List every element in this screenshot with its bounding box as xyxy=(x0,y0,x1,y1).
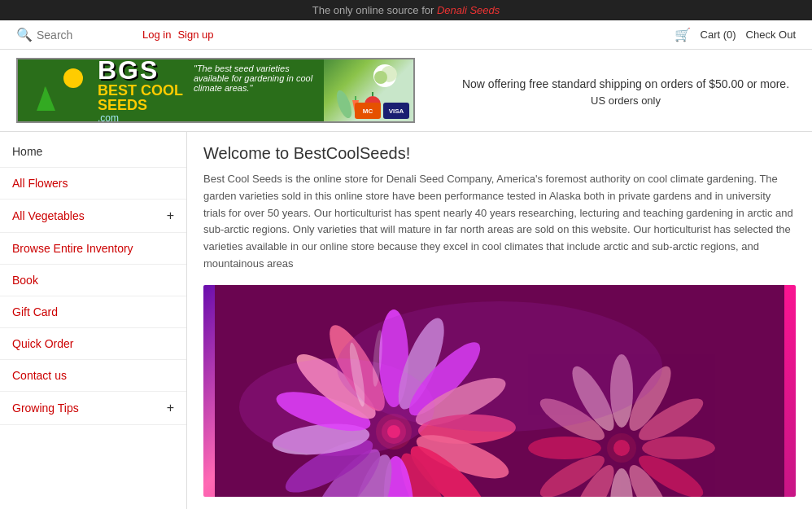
flower-svg xyxy=(203,285,796,497)
cart-icon: 🛒 xyxy=(674,27,691,42)
sidebar-link-home[interactable]: Home xyxy=(12,145,42,158)
logo-dotcom: .com xyxy=(98,112,183,123)
search-icon: 🔍 xyxy=(16,27,33,42)
sidebar-link-flowers[interactable]: All Flowers xyxy=(12,177,68,190)
header: 🔍 Log in Sign up 🛒 Cart (0) Check Out xyxy=(0,20,812,50)
svg-point-35 xyxy=(642,437,715,459)
main-layout: Home All Flowers All Vegetables + Browse… xyxy=(0,132,812,509)
welcome-text: Best Cool Seeds is the online store for … xyxy=(203,171,796,273)
flower-image xyxy=(203,285,796,497)
sidebar-link-contact[interactable]: Contact us xyxy=(12,369,67,382)
logo-box: BGS BEST COOLSEEDS .com "The best seed v… xyxy=(16,58,415,123)
logo-area: BGS BEST COOLSEEDS .com "The best seed v… xyxy=(16,58,423,123)
svg-point-6 xyxy=(374,71,387,84)
svg-point-45 xyxy=(613,440,630,456)
sidebar-item-book[interactable]: Book xyxy=(0,265,186,296)
logo-coolseeds: BEST COOLSEEDS xyxy=(98,83,183,112)
sidebar-link-growing-tips[interactable]: Growing Tips xyxy=(12,401,79,415)
svg-point-11 xyxy=(334,89,354,121)
visa-icon: VISA xyxy=(383,103,409,119)
sidebar-item-browse-inventory[interactable]: Browse Entire Inventory xyxy=(0,233,186,265)
sidebar: Home All Flowers All Vegetables + Browse… xyxy=(0,132,187,509)
sidebar-item-contact-us[interactable]: Contact us xyxy=(0,360,186,392)
sidebar-link-book[interactable]: Book xyxy=(12,274,38,287)
logo-shipping-bar: BGS BEST COOLSEEDS .com "The best seed v… xyxy=(0,50,812,132)
sidebar-link-vegetables[interactable]: All Vegetables xyxy=(12,209,85,222)
sidebar-item-home[interactable]: Home xyxy=(0,136,186,168)
logo-bgs: BGS xyxy=(98,58,183,83)
logo-text: BGS BEST COOLSEEDS .com xyxy=(98,58,183,123)
shipping-info: Now offering free standard shipping on o… xyxy=(423,74,796,107)
expand-vegetables-icon[interactable]: + xyxy=(167,208,174,223)
banner-text: The only online source for xyxy=(312,4,437,16)
content-area: Welcome to BestCoolSeeds! Best Cool Seed… xyxy=(187,132,812,509)
auth-links: Log in Sign up xyxy=(142,29,214,41)
svg-point-47 xyxy=(239,358,434,456)
checkout-link[interactable]: Check Out xyxy=(746,29,796,41)
sidebar-item-all-vegetables[interactable]: All Vegetables + xyxy=(0,200,186,233)
svg-marker-3 xyxy=(37,86,55,111)
svg-point-41 xyxy=(528,437,601,459)
search-area: 🔍 Log in Sign up xyxy=(16,27,674,42)
banner-highlight: Denali Seeds xyxy=(437,4,500,16)
login-link[interactable]: Log in xyxy=(142,29,171,41)
mastercard-icon: MC xyxy=(355,103,381,119)
sidebar-item-gift-card[interactable]: Gift Card xyxy=(0,296,186,328)
sidebar-link-gift-card[interactable]: Gift Card xyxy=(12,305,58,318)
sidebar-link-quick-order[interactable]: Quick Order xyxy=(12,337,73,350)
sidebar-item-all-flowers[interactable]: All Flowers xyxy=(0,168,186,200)
signup-link[interactable]: Sign up xyxy=(177,29,213,41)
sidebar-item-quick-order[interactable]: Quick Order xyxy=(0,328,186,360)
welcome-title: Welcome to BestCoolSeeds! xyxy=(203,144,796,163)
cart-link[interactable]: Cart (0) xyxy=(701,29,736,41)
shipping-text: Now offering free standard shipping on o… xyxy=(456,74,796,94)
search-input[interactable] xyxy=(37,29,134,42)
svg-point-0 xyxy=(63,68,83,88)
sidebar-link-browse[interactable]: Browse Entire Inventory xyxy=(12,242,133,255)
top-banner: The only online source for Denali Seeds xyxy=(0,0,812,20)
sidebar-item-growing-tips[interactable]: Growing Tips + xyxy=(0,392,186,425)
logo-icon xyxy=(24,66,89,115)
cart-area: 🛒 Cart (0) Check Out xyxy=(674,27,796,42)
expand-growing-tips-icon[interactable]: + xyxy=(167,401,174,415)
payment-icons: MC VISA xyxy=(355,103,409,119)
logo-quote: "The best seed varieties available for g… xyxy=(194,64,324,93)
shipping-subtext: US orders only xyxy=(456,94,796,107)
